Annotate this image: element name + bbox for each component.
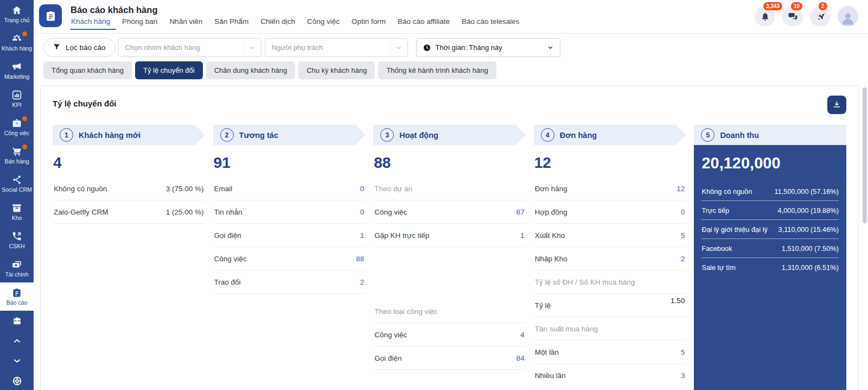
subtab-tổng-quan-khách-hàng[interactable]: Tổng quan khách hàng <box>43 61 132 79</box>
metric-value: 0 <box>360 185 365 193</box>
tab-công-việc[interactable]: Công việc <box>301 16 346 30</box>
tab-nhân-viên[interactable]: Nhân viên <box>163 16 208 30</box>
metric-value: 2 <box>360 278 365 286</box>
metric-row: Xuất Kho5 <box>534 224 686 247</box>
funnel-total: 88 <box>374 150 526 175</box>
scrollbar[interactable] <box>863 87 867 223</box>
step-number-badge: 2 <box>220 128 234 142</box>
tab-báo-cáo-telesales[interactable]: Báo cáo telesales <box>456 16 526 30</box>
subtab-tỷ-lệ-chuyển-đổi[interactable]: Tỷ lệ chuyển đổi <box>135 61 203 79</box>
metric-value: 12 <box>676 185 685 193</box>
sidebar-item-khách-hàng[interactable]: Khách hàng <box>0 28 34 56</box>
funnel-section: Đơn hàng12Hợp đồng0Xuất Kho5Nhập Kho2 <box>534 177 686 271</box>
tab-chiến-dịch[interactable]: Chiến dịch <box>254 16 301 30</box>
sidebar-item-tài-chính[interactable]: Tài chính <box>0 254 34 282</box>
metric-label: Không có nguồn <box>54 185 107 193</box>
section-title: Tỷ lệ chuyển đổi <box>53 99 117 108</box>
sidebar-item-social-crm[interactable]: Social CRM <box>0 169 34 198</box>
funnel-step-header: 3Hoạt động <box>373 125 526 145</box>
metric-value: 0 <box>681 208 685 216</box>
sidebar-item-label: Marketing <box>4 74 29 80</box>
funnel-step-header: 2Tương tác <box>213 125 366 145</box>
assignee-select[interactable]: Người phụ trách <box>265 38 408 57</box>
section-label: Tỷ lệ số ĐH / Số KH mua hàng <box>535 278 635 286</box>
funnel-step-title: Đơn hàng <box>560 131 597 140</box>
customer-group-select[interactable]: Chọn nhóm khách hàng <box>118 38 261 57</box>
funnel-total: 12 <box>534 150 686 175</box>
subtab-thống-kê-hành-trình-khách-hàng[interactable]: Thống kê hành trình khách hàng <box>378 61 496 79</box>
bell-button[interactable]: 3,343 <box>755 6 775 27</box>
sidebar-item-label: CSKH <box>9 243 24 249</box>
tab-sản-phẩm[interactable]: Sản Phẩm <box>208 16 254 30</box>
sidebar-chevron-up-icon[interactable] <box>0 331 34 351</box>
funnel-step-title: Doanh thu <box>720 131 759 140</box>
sidebar-item-label: Social CRM <box>2 187 31 193</box>
metric-row: Một lần5 <box>534 341 686 364</box>
user-avatar[interactable] <box>838 6 858 27</box>
briefcase-icon <box>11 118 22 129</box>
sidebar-item-kpi[interactable]: KPI <box>0 85 34 113</box>
metric-label: Email <box>214 185 233 193</box>
chevron-down-icon <box>244 39 261 56</box>
metric-label: Đơn hàng <box>535 185 567 193</box>
clock-icon <box>423 43 431 52</box>
step-number-badge: 3 <box>380 128 394 142</box>
sidebar-hrm-icon[interactable] <box>0 311 34 331</box>
sidebar-item-label: KPI <box>12 102 22 108</box>
subtab-chu-kỳ-khách-hàng[interactable]: Chu kỳ khách hàng <box>298 61 375 79</box>
sidebar-item-label: Khách hàng <box>2 46 32 52</box>
sidebar-item-kho[interactable]: Kho <box>0 198 34 226</box>
sidebar-item-cskh[interactable]: CSKH <box>0 226 34 254</box>
time-filter-select[interactable]: Thời gian: Tháng này <box>416 38 560 57</box>
rocket-button[interactable]: 2 <box>810 6 831 27</box>
sidebar-item-label: Tài chính <box>5 272 28 278</box>
metric-label: Facebook <box>701 244 732 253</box>
metric-label: Gọi điện <box>214 231 241 240</box>
metric-row: Hợp đồng0 <box>534 200 686 224</box>
metric-label: Nhiều lần <box>535 372 566 380</box>
metric-label: Tỷ lệ <box>535 301 551 310</box>
metric-row: Tỷ lệ1.50 <box>534 294 686 317</box>
subtab-chân-dung-khách-hàng[interactable]: Chân dung khách hàng <box>206 61 295 79</box>
metric-row: Đại lý giới thiệu đại lý3,110,000 (15.46… <box>701 220 839 239</box>
tab-khách-hàng[interactable]: Khách hàng <box>71 16 116 30</box>
tab-phòng-ban[interactable]: Phòng ban <box>116 16 163 30</box>
metric-row: Trao đổi2 <box>213 271 366 294</box>
metric-value: 1 <box>360 231 365 240</box>
section-label-row: Tỷ lệ số ĐH / Số KH mua hàng <box>534 271 686 294</box>
metric-row: Công việc4 <box>373 323 526 347</box>
funnel-section: Tần suất mua hàngMột lần5Nhiều lần3 <box>534 317 686 387</box>
rocket-icon <box>815 11 826 22</box>
notification-dot <box>22 32 27 36</box>
tab-báo-cáo-affiliate[interactable]: Báo cáo affiliate <box>392 16 456 30</box>
download-button[interactable] <box>827 96 846 114</box>
notification-badge: 2 <box>819 2 827 10</box>
filter-report-button[interactable]: Lọc báo cáo <box>43 38 115 57</box>
tab-optin-form[interactable]: Optin form <box>346 16 392 30</box>
metric-label: Đại lý giới thiệu đại lý <box>701 225 767 234</box>
funnel-total: 20,120,000 <box>701 150 839 175</box>
sidebar-item-marketing[interactable]: Marketing <box>0 56 34 85</box>
metric-row: Gọi điện84 <box>373 347 526 370</box>
sidebar-item-báo-cáo[interactable]: Báo cáo <box>0 282 34 311</box>
report-app-icon <box>39 4 62 27</box>
report-icon <box>11 287 22 298</box>
share-icon <box>11 174 22 185</box>
sidebar-item-label: Bán hàng <box>5 159 29 165</box>
chat-icon <box>788 11 798 22</box>
sidebar-item-trang-chủ[interactable]: Trang chủ <box>0 0 34 28</box>
sidebar-item-công-việc[interactable]: Công việc <box>0 113 34 141</box>
funnel-step-header: 4Đơn hàng <box>534 125 686 145</box>
chat-button[interactable]: 10 <box>782 6 803 27</box>
sidebar-support-icon[interactable] <box>0 371 34 390</box>
sidebar-item-bán-hàng[interactable]: Bán hàng <box>0 141 34 169</box>
filter-button-label: Lọc báo cáo <box>66 43 106 52</box>
metric-row: Nhập Kho2 <box>534 247 686 271</box>
title-block: Báo cáo khách hàng Khách hàngPhòng banNh… <box>71 0 755 30</box>
assignee-placeholder: Người phụ trách <box>272 43 323 52</box>
metric-label: Nhập Kho <box>535 255 567 263</box>
report-tabs: Khách hàngPhòng banNhân viênSản PhẩmChiế… <box>71 16 755 30</box>
funnel-step-title: Tương tác <box>239 131 278 140</box>
metric-label: Một lần <box>535 348 559 356</box>
sidebar-chevron-down-icon[interactable] <box>0 351 34 371</box>
